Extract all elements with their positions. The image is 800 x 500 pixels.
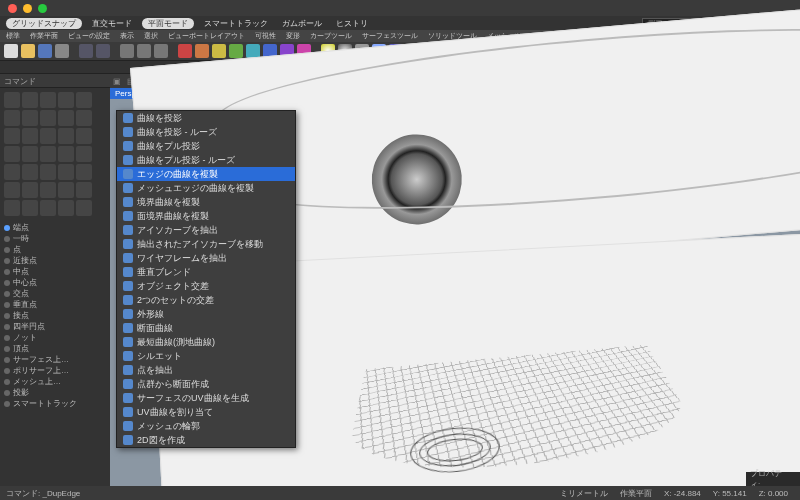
tool-button[interactable] [76, 146, 92, 162]
undo-icon[interactable] [79, 44, 93, 58]
tool-button[interactable] [22, 146, 38, 162]
menu-item[interactable]: 選択 [144, 31, 158, 41]
planar-toggle[interactable]: 平面モード [142, 18, 194, 29]
tool-button[interactable] [76, 92, 92, 108]
flyout-item[interactable]: メッシュの輪郭 [117, 419, 295, 433]
tool-button[interactable] [58, 110, 74, 126]
tool-button[interactable] [40, 128, 56, 144]
tool-button[interactable] [40, 164, 56, 180]
menu-item[interactable]: 可視性 [255, 31, 276, 41]
smarttrack-toggle[interactable]: スマートトラック [200, 18, 272, 29]
flyout-item[interactable]: シルエット [117, 349, 295, 363]
tool-button[interactable] [58, 92, 74, 108]
open-icon[interactable] [21, 44, 35, 58]
tool-button[interactable] [58, 164, 74, 180]
tool-button[interactable] [76, 128, 92, 144]
tool-icon[interactable] [212, 44, 226, 58]
menu-item[interactable]: 標準 [6, 31, 20, 41]
menu-item[interactable]: ビューの設定 [68, 31, 110, 41]
tool-button[interactable] [40, 200, 56, 216]
flyout-item[interactable]: UV曲線を割り当て [117, 405, 295, 419]
osnap-接点[interactable]: 接点 [4, 310, 106, 321]
flyout-item[interactable]: ワイヤフレームを抽出 [117, 251, 295, 265]
grid-snap-toggle[interactable]: グリッドスナップ [6, 18, 82, 29]
tool-button[interactable] [58, 200, 74, 216]
tool-icon[interactable] [178, 44, 192, 58]
maximize-viewport-icon[interactable]: ▣ [110, 77, 124, 86]
menu-item[interactable]: カーブツール [310, 31, 352, 41]
new-icon[interactable] [4, 44, 18, 58]
flyout-item[interactable]: アイソカーブを抽出 [117, 223, 295, 237]
tool-button[interactable] [40, 92, 56, 108]
tool-button[interactable] [4, 92, 20, 108]
save-icon[interactable] [38, 44, 52, 58]
paste-icon[interactable] [154, 44, 168, 58]
menu-item[interactable]: ビューポートレイアウト [168, 31, 245, 41]
flyout-item[interactable]: エッジの曲線を複製 [117, 167, 295, 181]
osnap-交点[interactable]: 交点 [4, 288, 106, 299]
flyout-item[interactable]: メッシュエッジの曲線を複製 [117, 181, 295, 195]
osnap-中点[interactable]: 中点 [4, 266, 106, 277]
tool-button[interactable] [40, 182, 56, 198]
tool-button[interactable] [4, 146, 20, 162]
flyout-item[interactable]: 曲線をプル投影 [117, 139, 295, 153]
osnap-頂点[interactable]: 頂点 [4, 343, 106, 354]
tool-button[interactable] [58, 128, 74, 144]
tool-button[interactable] [22, 92, 38, 108]
osnap-近接点[interactable]: 近接点 [4, 255, 106, 266]
flyout-item[interactable]: 最短曲線(測地曲線) [117, 335, 295, 349]
status-units[interactable]: ミリメートル [554, 488, 614, 499]
close-icon[interactable] [8, 4, 17, 13]
osnap-中心点[interactable]: 中心点 [4, 277, 106, 288]
tool-button[interactable] [76, 110, 92, 126]
menu-item[interactable]: 変形 [286, 31, 300, 41]
flyout-item[interactable]: 断面曲線 [117, 321, 295, 335]
tool-button[interactable] [76, 164, 92, 180]
flyout-item[interactable]: サーフェスのUV曲線を生成 [117, 391, 295, 405]
tool-button[interactable] [22, 200, 38, 216]
ortho-toggle[interactable]: 直交モード [88, 18, 136, 29]
print-icon[interactable] [55, 44, 69, 58]
tool-button[interactable] [22, 128, 38, 144]
osnap-スマートトラック[interactable]: スマートトラック [4, 398, 106, 409]
flyout-item[interactable]: 垂直ブレンド [117, 265, 295, 279]
tool-button[interactable] [4, 164, 20, 180]
tool-button[interactable] [22, 164, 38, 180]
flyout-item[interactable]: 曲線をプル投影 - ルーズ [117, 153, 295, 167]
tool-button[interactable] [40, 146, 56, 162]
history-toggle[interactable]: ヒストリ [332, 18, 372, 29]
menu-item[interactable]: 作業平面 [30, 31, 58, 41]
osnap-ノット[interactable]: ノット [4, 332, 106, 343]
flyout-item[interactable]: 曲線を投影 - ルーズ [117, 125, 295, 139]
osnap-一時[interactable]: 一時 [4, 233, 106, 244]
flyout-item[interactable]: 境界曲線を複製 [117, 195, 295, 209]
status-cplane[interactable]: 作業平面 [614, 488, 658, 499]
tool-icon[interactable] [195, 44, 209, 58]
osnap-ポリサーフ上…[interactable]: ポリサーフ上… [4, 365, 106, 376]
command-prompt[interactable]: コマンド: _DupEdge [6, 488, 206, 499]
osnap-点[interactable]: 点 [4, 244, 106, 255]
flyout-item[interactable]: 外形線 [117, 307, 295, 321]
flyout-item[interactable]: 2つのセットの交差 [117, 293, 295, 307]
copy-icon[interactable] [137, 44, 151, 58]
osnap-四半円点[interactable]: 四半円点 [4, 321, 106, 332]
osnap-垂直点[interactable]: 垂直点 [4, 299, 106, 310]
properties-panel-tab[interactable]: プロパティ:… [746, 472, 800, 486]
flyout-item[interactable]: 2D図を作成 [117, 433, 295, 447]
osnap-端点[interactable]: 端点 [4, 222, 106, 233]
osnap-サーフェス上…[interactable]: サーフェス上… [4, 354, 106, 365]
minimize-icon[interactable] [23, 4, 32, 13]
tool-button[interactable] [22, 182, 38, 198]
tool-button[interactable] [4, 182, 20, 198]
tool-button[interactable] [58, 146, 74, 162]
osnap-メッシュ上…[interactable]: メッシュ上… [4, 376, 106, 387]
flyout-item[interactable]: 点を抽出 [117, 363, 295, 377]
tool-button[interactable] [4, 110, 20, 126]
zoom-icon[interactable] [38, 4, 47, 13]
tool-button[interactable] [22, 110, 38, 126]
gumball-toggle[interactable]: ガムボール [278, 18, 326, 29]
flyout-item[interactable]: 抽出されたアイソカーブを移動 [117, 237, 295, 251]
tool-button[interactable] [4, 128, 20, 144]
flyout-item[interactable]: 曲線を投影 [117, 111, 295, 125]
tool-icon[interactable] [229, 44, 243, 58]
